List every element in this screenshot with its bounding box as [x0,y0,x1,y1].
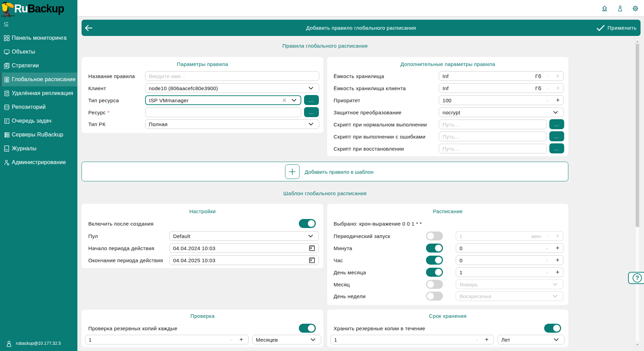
svg-text:log: log [5,148,8,150]
